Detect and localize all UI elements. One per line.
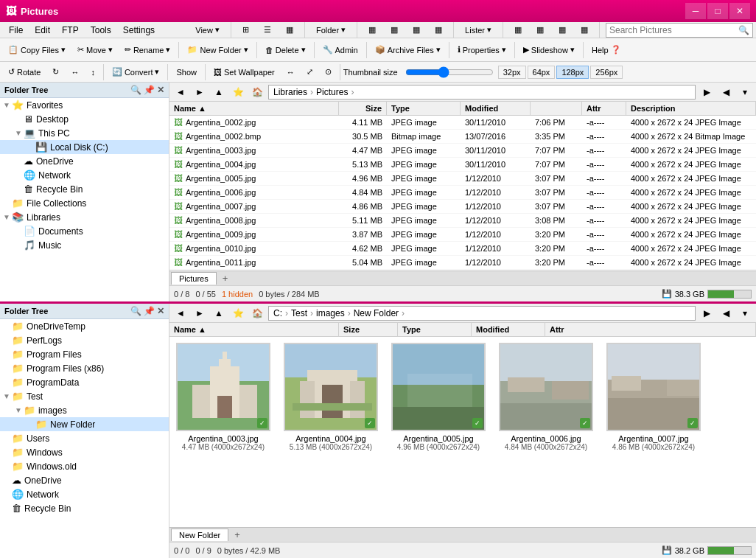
upper-tab-add[interactable]: + [218, 271, 233, 285]
col-name-header[interactable]: Name ▲ [169, 102, 339, 115]
table-row[interactable]: 🖼Argentina_0005.jpg 4.96 MB JPEG image 1… [169, 172, 756, 186]
tree-images[interactable]: ▼ 📁 images [0, 403, 169, 417]
search-icon[interactable]: 🔍 [738, 25, 749, 35]
menu-ftp[interactable]: FTP [56, 24, 85, 37]
tree-desktop[interactable]: 🖥 Desktop [0, 112, 169, 126]
nav-left-lower[interactable]: ◀ [718, 306, 734, 321]
tree-windows[interactable]: 📁 Windows [0, 445, 169, 459]
lister-icon2[interactable]: ▦ [531, 22, 549, 38]
lower-sidebar-search-icon[interactable]: 🔍 [130, 306, 141, 316]
lister-icon1[interactable]: ▦ [509, 22, 527, 38]
admin-button[interactable]: 🔧 Admin [318, 42, 363, 57]
lower-col-attr-header[interactable]: Attr [545, 323, 756, 336]
set-wallpaper-button[interactable]: 🖼 Set Wallpaper [209, 65, 280, 80]
nav-down-upper[interactable]: ▾ [737, 85, 753, 100]
tree-favorites[interactable]: ▼ ⭐ Favorites [0, 98, 169, 112]
table-row[interactable]: 🖼Argentina_0002.jpg 4.11 MB JPEG image 3… [169, 116, 756, 130]
nav-back-upper[interactable]: ◄ [172, 85, 189, 100]
lower-sidebar-pin-icon[interactable]: 📌 [144, 306, 155, 316]
menu-file[interactable]: File [3, 24, 29, 37]
col-desc-header[interactable]: Description [626, 102, 756, 115]
tree-newfolder[interactable]: 📁 New Folder [0, 417, 169, 431]
properties-button[interactable]: ℹ Properties ▾ [452, 42, 511, 57]
center-button[interactable]: ⊙ [320, 64, 337, 80]
view-detail-button[interactable]: ▦ [281, 22, 298, 38]
panel-btn4[interactable]: ▦ [430, 22, 447, 38]
nav-forward-lower[interactable]: ► [192, 306, 208, 321]
tree-onedrive[interactable]: ☁ OneDrive [0, 154, 169, 168]
tree-onedrivetemp[interactable]: 📁 OneDriveTemp [0, 319, 169, 333]
thumb-argentina-0003[interactable]: ✓ Argentina_0003.jpg 4.47 MB (4000x2672x… [175, 343, 271, 451]
lister-button[interactable]: Lister ▾ [460, 22, 497, 38]
upper-address-path[interactable]: Libraries › Pictures › [268, 85, 696, 100]
move-button[interactable]: ✂ Move ▾ [72, 42, 118, 57]
panel-btn2[interactable]: ▦ [385, 22, 403, 38]
table-row[interactable]: 🖼Argentina_0003.jpg 4.47 MB JPEG image 3… [169, 144, 756, 158]
lower-address-path[interactable]: C: › Test › images › New Folder › [268, 306, 696, 321]
sidebar-pin-icon[interactable]: 📌 [144, 85, 155, 95]
tree-onedrive-lower[interactable]: ☁ OneDrive [0, 473, 169, 487]
view-icons-button[interactable]: ⊞ [237, 22, 254, 38]
lower-sidebar-close-icon[interactable]: ✕ [157, 306, 164, 316]
show-button[interactable]: Show [171, 65, 202, 80]
panel-btn3[interactable]: ▦ [407, 22, 425, 38]
slideshow-button[interactable]: ▶ Slideshow ▾ [518, 42, 580, 57]
sidebar-search-icon[interactable]: 🔍 [130, 85, 141, 95]
nav-right-lower[interactable]: ▶ [699, 306, 715, 321]
rotate-button[interactable]: ↺ Rotate [3, 64, 46, 80]
tree-recyclebin-upper[interactable]: 🗑 Recycle Bin [0, 182, 169, 196]
size-64-btn[interactable]: 64px [528, 66, 556, 79]
table-row[interactable]: 🖼Argentina_0007.jpg 4.86 MB JPEG image 1… [169, 200, 756, 214]
lower-col-size-header[interactable]: Size [339, 323, 398, 336]
size-32-btn[interactable]: 32px [498, 66, 526, 79]
search-input[interactable] [609, 25, 738, 35]
menu-edit[interactable]: Edit [29, 24, 56, 37]
help-button[interactable]: Help ❓ [587, 42, 626, 57]
nav-home-upper[interactable]: 🏠 [249, 85, 265, 100]
tree-documents[interactable]: 📄 Documents [0, 224, 169, 238]
rotate-right-button[interactable]: ↻ [47, 64, 64, 80]
minimize-button[interactable]: ─ [685, 3, 706, 19]
nav-down-lower[interactable]: ▾ [737, 306, 753, 321]
sidebar-close-icon[interactable]: ✕ [157, 85, 164, 95]
rename-button[interactable]: ✏ Rename ▾ [119, 42, 176, 57]
tree-windowsold[interactable]: 📁 Windows.old [0, 459, 169, 473]
copy-files-button[interactable]: 📋 Copy Files ▾ [3, 42, 71, 57]
col-type-header[interactable]: Type [387, 102, 461, 115]
panel-btn1[interactable]: ▦ [363, 22, 381, 38]
tree-users[interactable]: 📁 Users [0, 431, 169, 445]
flip-v-button[interactable]: ↕ [85, 65, 100, 80]
table-row[interactable]: 🖼Argentina_0004.jpg 5.13 MB JPEG image 3… [169, 158, 756, 172]
table-row[interactable]: 🖼Argentina_0009.jpg 3.87 MB JPEG image 1… [169, 228, 756, 242]
size-128-btn[interactable]: 128px [556, 66, 589, 79]
folder-button[interactable]: Folder ▾ [311, 22, 351, 38]
thumb-argentina-0007[interactable]: ✓ Argentina_0007.jpg 4.86 MB (4000x2672x… [606, 343, 701, 451]
col-modified-header[interactable]: Modified [461, 102, 531, 115]
stretch-button[interactable]: ⤢ [301, 64, 318, 80]
table-row[interactable]: 🖼Argentina_0006.jpg 4.84 MB JPEG image 1… [169, 186, 756, 200]
convert-button[interactable]: 🔄 Convert ▾ [107, 64, 165, 80]
delete-button[interactable]: 🗑 Delete ▾ [260, 42, 311, 57]
tree-programfiles-x86[interactable]: 📁 Program Files (x86) [0, 361, 169, 375]
tree-thispc[interactable]: ▼ 💻 This PC [0, 126, 169, 140]
lister-icon4[interactable]: ▦ [575, 22, 593, 38]
table-row[interactable]: 🖼Argentina_0010.jpg 4.62 MB JPEG image 1… [169, 242, 756, 256]
lower-tab-newfolder[interactable]: New Folder [171, 529, 228, 541]
col-attr-header[interactable]: Attr [582, 102, 626, 115]
archive-button[interactable]: 📦 Archive Files ▾ [370, 42, 446, 57]
tree-localdisk[interactable]: 💾 Local Disk (C:) [0, 140, 169, 154]
thumb-argentina-0005[interactable]: ✓ Argentina_0005.jpg 4.96 MB (4000x2672x… [391, 343, 486, 451]
tree-filecollections[interactable]: 📁 File Collections [0, 196, 169, 210]
upper-tab-pictures[interactable]: Pictures [171, 272, 217, 285]
nav-forward-upper[interactable]: ► [192, 85, 208, 100]
close-button[interactable]: ✕ [729, 3, 750, 19]
tree-programfiles[interactable]: 📁 Program Files [0, 347, 169, 361]
tree-test[interactable]: ▼ 📁 Test [0, 389, 169, 403]
nav-favorite-upper[interactable]: ⭐ [230, 85, 246, 100]
new-folder-button[interactable]: 📁 New Folder ▾ [182, 42, 253, 57]
nav-back-lower[interactable]: ◄ [172, 306, 189, 321]
maximize-button[interactable]: □ [707, 3, 728, 19]
aspect-button[interactable]: ↔ [281, 65, 300, 80]
lower-col-type-header[interactable]: Type [398, 323, 472, 336]
size-256-btn[interactable]: 256px [590, 66, 623, 79]
